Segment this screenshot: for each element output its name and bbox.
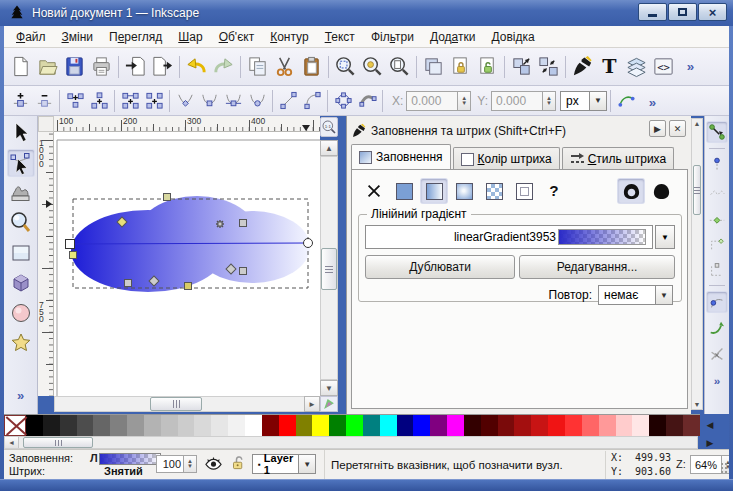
layer-selector[interactable]: ▪Layer 1 ▼ — [252, 454, 316, 474]
palette-color[interactable] — [531, 415, 548, 436]
delete-segment-button[interactable] — [142, 89, 166, 113]
layer-visibility-eye-icon[interactable] — [204, 454, 223, 473]
palette-color[interactable] — [279, 415, 296, 436]
panel-title-bar[interactable]: Заповнення та штрих (Shift+Ctrl+F) ▶ ✕ — [351, 120, 688, 142]
flat-color-button[interactable] — [390, 178, 418, 204]
palette-color[interactable] — [565, 415, 582, 436]
node-y-spinner[interactable]: 0.000▲▼ — [491, 91, 556, 111]
close-button[interactable]: × — [698, 3, 727, 21]
open-document-button[interactable] — [34, 53, 61, 81]
fill-stroke-dialog-button[interactable] — [569, 53, 596, 81]
pattern-button[interactable] — [480, 178, 508, 204]
palette-no-color[interactable] — [4, 415, 26, 436]
palette-color[interactable] — [380, 415, 397, 436]
cloud-path[interactable] — [194, 211, 310, 283]
panel-close-icon[interactable]: ✕ — [669, 120, 686, 137]
palette-color[interactable] — [245, 415, 262, 436]
node-x-spinner[interactable]: 0.000▲▼ — [406, 91, 471, 111]
vertical-ruler[interactable]: 1000750 — [38, 132, 54, 396]
panel-scroll-thumb[interactable] — [693, 165, 701, 215]
export-button[interactable] — [149, 53, 176, 81]
palette-color[interactable] — [93, 415, 110, 436]
corner-node-button[interactable] — [173, 89, 197, 113]
palette-color[interactable] — [632, 415, 649, 436]
palette-color[interactable] — [144, 415, 161, 436]
palette-color[interactable] — [447, 415, 464, 436]
menu-шар[interactable]: Шар — [170, 28, 210, 46]
symmetric-node-button[interactable] — [221, 89, 245, 113]
zoom-drawing-button[interactable] — [359, 53, 386, 81]
delete-node-button[interactable] — [32, 89, 56, 113]
node-tool-button[interactable] — [7, 149, 35, 177]
menu-перегляд[interactable]: Перегляд — [101, 28, 170, 46]
path-node[interactable] — [125, 280, 132, 287]
palette-color[interactable] — [211, 415, 228, 436]
create-clone-button[interactable] — [447, 53, 474, 81]
menu-контур[interactable]: Контур — [262, 28, 316, 46]
duplicate-button[interactable] — [420, 53, 447, 81]
ungroup-button[interactable] — [535, 53, 562, 81]
snap-bbox-corners-button[interactable] — [706, 206, 728, 228]
palette-color[interactable] — [262, 415, 279, 436]
line-segment-button[interactable] — [276, 89, 300, 113]
palette-color[interactable] — [77, 415, 94, 436]
palette-color[interactable] — [161, 415, 178, 436]
path-node[interactable] — [70, 252, 77, 259]
star-tool-button[interactable] — [7, 329, 35, 357]
gradient-start-handle[interactable] — [66, 240, 75, 249]
snap-nodes-button[interactable] — [706, 291, 728, 313]
snap-enable-button[interactable] — [706, 121, 728, 143]
title-bar[interactable]: Новий документ 1 — Inkscape × — [0, 0, 733, 26]
menu-об'єкт[interactable]: Об'єкт — [211, 28, 263, 46]
curve-segment-button[interactable] — [300, 89, 324, 113]
menu-довідка[interactable]: Довідка — [483, 28, 542, 46]
canvas-scroll-down-arrow[interactable]: ▼ — [320, 380, 338, 396]
smooth-node-button[interactable] — [197, 89, 221, 113]
repeat-select[interactable]: немає ▼ — [598, 285, 673, 305]
palette-color[interactable] — [514, 415, 531, 436]
import-button[interactable] — [122, 53, 149, 81]
palette-color[interactable] — [110, 415, 127, 436]
path-node-star-center[interactable] — [218, 222, 222, 226]
undo-button[interactable] — [183, 53, 210, 81]
path-node[interactable] — [240, 220, 247, 227]
canvas-scroll-right-arrow[interactable]: ► — [304, 396, 320, 412]
sticky-zoom-button[interactable]: 1:1 — [320, 117, 338, 137]
stroke-to-path-button[interactable] — [355, 89, 379, 113]
snap-path-button[interactable] — [706, 317, 728, 339]
unlink-clone-button[interactable] — [474, 53, 501, 81]
fill-color-swatch[interactable] — [99, 453, 161, 465]
join-segment-button[interactable] — [118, 89, 142, 113]
paste-button[interactable] — [298, 53, 325, 81]
palette-color[interactable] — [481, 415, 498, 436]
duplicate-gradient-button[interactable]: Дублювати — [365, 255, 515, 279]
snap-intersections-button[interactable] — [706, 343, 728, 365]
zoom-page-button[interactable] — [386, 53, 413, 81]
gradient-select[interactable]: linearGradient3953 ▼ — [365, 225, 675, 249]
palette-color[interactable] — [296, 415, 313, 436]
snapbar-overflow-button[interactable]: » — [706, 369, 728, 391]
swatch-button[interactable] — [510, 178, 538, 204]
palette-color[interactable] — [649, 415, 666, 436]
palette-color[interactable] — [194, 415, 211, 436]
canvas-viewport[interactable] — [54, 132, 320, 396]
palette-color[interactable] — [228, 415, 245, 436]
unit-select[interactable]: px▼ — [560, 91, 607, 111]
auto-node-button[interactable] — [245, 89, 269, 113]
horizontal-ruler[interactable]: 100200300400 — [54, 116, 320, 132]
break-nodes-button[interactable] — [87, 89, 111, 113]
palette-color[interactable] — [312, 415, 329, 436]
copy-button[interactable] — [244, 53, 271, 81]
palette-color[interactable] — [346, 415, 363, 436]
palette-scrollbar-left-arrow[interactable]: ◄ — [5, 437, 19, 448]
palette-color[interactable] — [26, 415, 43, 436]
tab-стиль-штриха[interactable]: Стиль штриха — [562, 147, 675, 170]
selector-tool-button[interactable] — [7, 119, 35, 147]
ellipse-tool-button[interactable] — [7, 299, 35, 327]
palette-scroll-thumb[interactable] — [23, 437, 93, 448]
canvas-horizontal-scroll-thumb[interactable] — [150, 397, 202, 411]
snap-bbox-edges-button[interactable] — [706, 180, 728, 202]
snap-center-button[interactable] — [706, 258, 728, 280]
canvas-scroll-up-arrow[interactable]: ▲ — [320, 140, 338, 156]
canvas-vertical-scroll-thumb[interactable] — [321, 248, 337, 290]
